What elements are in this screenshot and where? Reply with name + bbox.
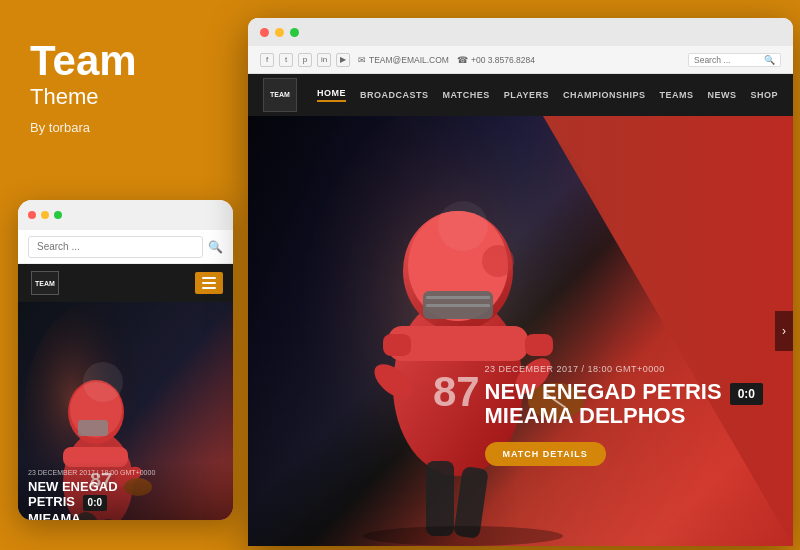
nav-item-teams[interactable]: TEAMS	[660, 90, 694, 100]
nav-items: HOME BROADCASTS MATCHES PLAYERS CHAMPION…	[317, 88, 793, 102]
svg-point-21	[482, 245, 514, 277]
hero-next-arrow[interactable]: ›	[775, 311, 793, 351]
nav-logo: TEAM	[263, 78, 297, 112]
facebook-icon[interactable]: f	[260, 53, 274, 67]
utility-search[interactable]: 🔍	[688, 53, 781, 67]
mobile-hero: 87 23 DECEMBER 2017 | 18:00 GMT+0000 NEW…	[18, 302, 233, 520]
utility-phone: ☎ +00 3.8576.8284	[457, 55, 535, 65]
nav-item-championships[interactable]: CHAMPIONSHIPS	[563, 90, 646, 100]
desktop-dot-yellow	[275, 28, 284, 37]
mobile-content-overlay: 23 DECEMBER 2017 | 18:00 GMT+0000 NEW EN…	[18, 461, 233, 520]
desktop-window-bar	[248, 18, 793, 46]
svg-rect-19	[426, 296, 490, 299]
svg-point-32	[438, 201, 488, 251]
mobile-search-icon: 🔍	[208, 240, 223, 254]
theme-author: By torbara	[30, 120, 90, 135]
hero-background: 87 23 DECEMBER 2017 / 18:00 GMT+0000	[248, 116, 793, 546]
social-icons: f t p in ▶	[260, 53, 350, 67]
desktop-search-icon: 🔍	[764, 55, 775, 65]
match-details-button[interactable]: MATCH DETAILS	[485, 442, 606, 466]
phone-number: +00 3.8576.8284	[471, 55, 535, 65]
hamburger-icon	[202, 277, 216, 289]
desktop-hero: 87 23 DECEMBER 2017 / 18:00 GMT+0000	[248, 116, 793, 546]
svg-rect-20	[426, 304, 490, 307]
arrow-right-icon: ›	[782, 324, 786, 338]
mobile-search-input[interactable]	[28, 236, 203, 258]
desktop-dot-green	[290, 28, 299, 37]
desktop-search-input[interactable]	[694, 55, 764, 65]
email-address: TEAM@EMAIL.COM	[369, 55, 449, 65]
desktop-utility-bar: f t p in ▶ ✉ TEAM@EMAIL.COM ☎ +00 3.8576…	[248, 46, 793, 74]
hero-player-svg: 87	[278, 116, 658, 546]
mobile-match-title: NEW ENEGAD PETRIS 0:0 MIEAMA DELPHOS	[28, 479, 223, 520]
youtube-icon[interactable]: ▶	[336, 53, 350, 67]
score-badge: 0:0	[730, 383, 763, 405]
svg-text:87: 87	[433, 368, 480, 415]
svg-rect-24	[525, 334, 553, 356]
mobile-dot-green	[54, 211, 62, 219]
mobile-logo: TEAM	[28, 268, 62, 298]
utility-left: f t p in ▶ ✉ TEAM@EMAIL.COM ☎ +00 3.8576…	[260, 53, 535, 67]
nav-item-broadcasts[interactable]: BROADCASTS	[360, 90, 429, 100]
mobile-search-bar: 🔍	[18, 230, 233, 264]
phone-icon: ☎	[457, 55, 468, 65]
desktop-navbar: TEAM HOME BROADCASTS MATCHES PLAYERS CHA…	[248, 74, 793, 116]
nav-logo-text: TEAM	[270, 91, 290, 99]
utility-email: ✉ TEAM@EMAIL.COM	[358, 55, 449, 65]
svg-point-12	[83, 362, 123, 402]
mobile-dot-red	[28, 211, 36, 219]
desktop-dot-red	[260, 28, 269, 37]
mobile-window-bar	[18, 200, 233, 230]
hamburger-line-2	[202, 282, 216, 284]
match-team2: MIEAMA DELPHOS	[485, 404, 722, 428]
svg-rect-30	[426, 461, 454, 536]
mobile-date: 23 DECEMBER 2017 | 18:00 GMT+0000	[28, 469, 223, 476]
hero-match-info: 23 DECEMBER 2017 / 18:00 GMT+0000 NEW EN…	[485, 364, 763, 466]
linkedin-icon[interactable]: in	[317, 53, 331, 67]
desktop-mockup: f t p in ▶ ✉ TEAM@EMAIL.COM ☎ +00 3.8576…	[248, 18, 793, 546]
twitter-icon[interactable]: t	[279, 53, 293, 67]
svg-rect-5	[78, 420, 108, 436]
mobile-dot-yellow	[41, 211, 49, 219]
pinterest-icon[interactable]: p	[298, 53, 312, 67]
nav-item-home[interactable]: HOME	[317, 88, 346, 102]
email-icon: ✉	[358, 55, 366, 65]
nav-item-matches[interactable]: MATCHES	[443, 90, 490, 100]
nav-item-news[interactable]: NEWS	[708, 90, 737, 100]
match-team1: NEW ENEGAD PETRIS	[485, 380, 722, 404]
svg-rect-23	[383, 334, 411, 356]
hamburger-line-1	[202, 277, 216, 279]
mobile-navbar: TEAM	[18, 264, 233, 302]
nav-item-shop[interactable]: SHOP	[751, 90, 779, 100]
mobile-hamburger-button[interactable]	[195, 272, 223, 294]
mobile-hero-bg: 87 23 DECEMBER 2017 | 18:00 GMT+0000 NEW…	[18, 302, 233, 520]
theme-subtitle: Theme	[30, 84, 98, 110]
mobile-logo-text: TEAM	[31, 271, 59, 295]
nav-item-players[interactable]: PLAYERS	[504, 90, 549, 100]
svg-point-33	[363, 526, 563, 546]
mobile-mockup: 🔍 TEAM	[18, 200, 233, 520]
mobile-score-badge: 0:0	[83, 495, 107, 511]
theme-title: Team	[30, 40, 137, 82]
match-date: 23 DECEMBER 2017 / 18:00 GMT+0000	[485, 364, 763, 374]
hamburger-line-3	[202, 287, 216, 289]
